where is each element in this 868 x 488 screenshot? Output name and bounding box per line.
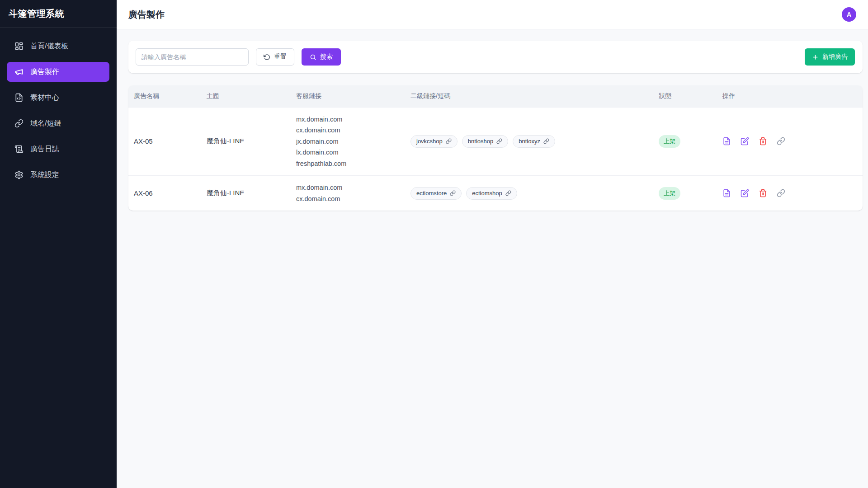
service-link: jx.domain.com [296,136,400,147]
short-code-label: bntioshop [468,138,493,145]
sidebar-item-label: 素材中心 [30,93,59,103]
file-code-icon [14,93,24,102]
megaphone-icon [14,67,24,76]
reset-button-label: 重置 [274,53,287,61]
ad-name-search-input[interactable] [136,48,249,66]
sidebar-item-label: 廣告日誌 [30,145,59,154]
table-row: AX-06 魔角仙-LINE mx.domain.comcx.domain.co… [128,176,863,211]
ad-topic: 魔角仙-LINE [207,189,244,197]
app-title: 斗篷管理系統 [0,0,117,28]
chip-link-slot [450,190,456,196]
short-code-chip[interactable]: ectiomshop [466,187,517,200]
status-badge: 上架 [659,187,680,200]
chip-link-slot [446,138,452,144]
sidebar: 斗篷管理系統 首頁/儀表板 廣告製作 素材中心 域名/短鏈 廣告日誌 系統設定 [0,0,117,488]
sidebar-item-scroll[interactable]: 廣告日誌 [7,139,109,159]
short-code-label: jovkcshop [416,138,443,145]
chip-link-slot [496,138,502,144]
service-links: mx.domain.comcx.domain.comjx.domain.coml… [296,114,400,169]
short-code-label: ectiomshop [472,190,502,197]
ad-name: AX-05 [134,137,153,145]
short-code-label: bntioxyz [519,138,540,145]
nav-icon-slot [14,170,24,179]
main-area: 廣告製作 A 重置 搜索 新增廣告 [117,0,868,488]
plus-icon [812,54,819,61]
copy-link-button[interactable] [777,189,785,197]
add-ad-button-label: 新增廣告 [822,53,848,61]
search-button-label: 搜索 [320,53,333,61]
column-header: 客服鏈接 [291,85,405,107]
table-body: AX-05 魔角仙-LINE mx.domain.comcx.domain.co… [128,107,863,211]
sidebar-item-link[interactable]: 域名/短鏈 [7,113,109,133]
sidebar-item-label: 系統設定 [30,170,59,180]
link-icon [543,138,549,144]
column-header: 廣告名稱 [128,85,201,107]
sidebar-item-gear[interactable]: 系統設定 [7,165,109,185]
short-code-chip[interactable]: bntioshop [462,135,508,148]
sidebar-item-label: 廣告製作 [30,67,59,77]
nav-icon-slot [14,42,24,51]
service-link: mx.domain.com [296,182,400,193]
search-button[interactable]: 搜索 [302,48,341,66]
dashboard-icon [14,42,24,51]
column-header: 狀態 [653,85,717,107]
service-link: mx.domain.com [296,114,400,125]
sidebar-item-dashboard[interactable]: 首頁/儀表板 [7,36,109,56]
ads-table-card: 廣告名稱主題客服鏈接二級鏈接/短碼狀態操作 AX-05 魔角仙-LINE mx.… [128,85,863,211]
delete-button[interactable] [759,189,767,197]
nav-icon-slot [14,145,24,154]
chip-link-slot [543,138,549,144]
view-detail-button[interactable] [722,137,731,145]
link-icon [446,138,452,144]
short-code-label: ectiomstore [416,190,447,197]
service-link: cx.domain.com [296,193,400,205]
link-icon [505,190,511,196]
edit-icon [741,189,749,197]
sidebar-item-file-code[interactable]: 素材中心 [7,88,109,108]
add-ad-button[interactable]: 新增廣告 [805,48,855,66]
reset-button[interactable]: 重置 [256,48,294,66]
short-code-chip[interactable]: jovkcshop [410,135,458,148]
link-icon [496,138,502,144]
search-icon [310,54,316,61]
link-icon [777,189,785,197]
filter-bar: 重置 搜索 新增廣告 [128,41,863,73]
table-header-row: 廣告名稱主題客服鏈接二級鏈接/短碼狀態操作 [128,85,863,107]
ad-topic: 魔角仙-LINE [207,137,244,145]
service-link: freshpathlab.com [296,158,400,169]
status-badge: 上架 [659,135,680,148]
column-header: 二級鏈接/短碼 [405,85,653,107]
short-code-chip[interactable]: bntioxyz [513,135,555,148]
column-header: 操作 [717,85,863,107]
ads-table: 廣告名稱主題客服鏈接二級鏈接/短碼狀態操作 AX-05 魔角仙-LINE mx.… [128,85,863,211]
copy-link-button[interactable] [777,137,785,145]
column-header: 主題 [201,85,291,107]
edit-button[interactable] [741,189,749,197]
service-link: lx.domain.com [296,147,400,158]
nav-icon-slot [14,93,24,102]
topbar: 廣告製作 A [117,0,868,29]
trash-icon [759,137,767,145]
user-avatar[interactable]: A [842,7,856,22]
row-actions [722,189,857,197]
sidebar-item-label: 域名/短鏈 [30,119,61,128]
file-text-icon [722,189,731,197]
short-codes: jovkcshop bntioshop bntioxyz [410,135,648,148]
filter-left-group: 重置 搜索 [136,48,341,66]
delete-button[interactable] [759,137,767,145]
edit-button[interactable] [741,137,749,145]
edit-icon [741,137,749,145]
row-actions [722,137,857,145]
nav-icon-slot [14,67,24,76]
view-detail-button[interactable] [722,189,731,197]
link-icon [14,119,24,128]
chip-link-slot [505,190,511,196]
short-codes: ectiomstore ectiomshop [410,187,648,200]
file-text-icon [722,137,731,145]
scroll-icon [14,145,24,154]
sidebar-item-megaphone[interactable]: 廣告製作 [7,62,109,82]
link-icon [450,190,456,196]
reset-icon [264,54,270,61]
page-title: 廣告製作 [128,9,165,21]
short-code-chip[interactable]: ectiomstore [410,187,462,200]
